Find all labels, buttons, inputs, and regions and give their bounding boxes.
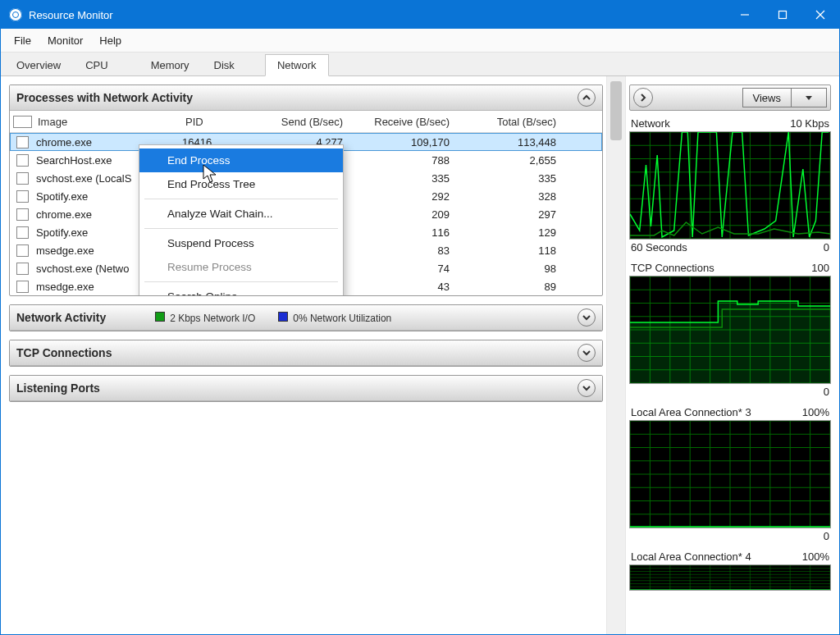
row-checkbox[interactable] bbox=[16, 226, 29, 239]
tab-memory[interactable]: Memory bbox=[139, 54, 202, 75]
cell-recv: 292 bbox=[354, 190, 461, 203]
cell-recv: 74 bbox=[354, 263, 461, 275]
views-dropdown[interactable] bbox=[792, 88, 827, 107]
graph-scale: 10 Kbps bbox=[790, 117, 829, 130]
graph-local-area-connection-3: Local Area Connection* 3100%0 bbox=[629, 406, 831, 542]
right-pane-header: Views bbox=[629, 85, 831, 111]
context-menu-item: Resume Process bbox=[139, 255, 343, 279]
context-menu-item[interactable]: End Process Tree bbox=[139, 172, 343, 196]
close-button[interactable] bbox=[801, 1, 839, 29]
graph-footer-left: 60 Seconds bbox=[631, 241, 687, 254]
menu-help[interactable]: Help bbox=[91, 31, 130, 50]
cell-total: 328 bbox=[461, 190, 568, 203]
expand-network-activity-button[interactable] bbox=[578, 308, 596, 327]
cell-recv: 43 bbox=[354, 281, 461, 293]
cell-total: 2,655 bbox=[461, 154, 568, 167]
context-menu-item[interactable]: Search Online bbox=[139, 285, 343, 296]
cell-recv: 335 bbox=[354, 172, 461, 185]
graph-local-area-connection-4: Local Area Connection* 4100% bbox=[629, 550, 831, 591]
listening-ports-panel: Listening Ports bbox=[9, 375, 603, 402]
menubar: File Monitor Help bbox=[1, 29, 839, 53]
graph-tcp-connections: TCP Connections1000 bbox=[629, 262, 831, 398]
graph-footer-right: 0 bbox=[824, 386, 829, 398]
col-pid[interactable]: PID bbox=[182, 116, 248, 128]
expand-listening-button[interactable] bbox=[578, 379, 596, 397]
row-checkbox[interactable] bbox=[16, 136, 29, 148]
graph-scale: 100 bbox=[811, 262, 829, 274]
legend-utilization: 0% Network Utilization bbox=[278, 312, 391, 324]
processes-title: Processes with Network Activity bbox=[16, 91, 193, 104]
tab-disk[interactable]: Disk bbox=[202, 54, 247, 75]
minimize-button[interactable] bbox=[726, 1, 764, 29]
row-checkbox[interactable] bbox=[16, 281, 29, 293]
graph-footer-right: 0 bbox=[824, 241, 829, 254]
window-title: Resource Monitor bbox=[29, 9, 113, 21]
tab-overview[interactable]: Overview bbox=[4, 54, 73, 75]
cell-total: 118 bbox=[461, 244, 568, 257]
graph-canvas bbox=[629, 564, 831, 591]
graph-scale: 100% bbox=[802, 550, 829, 563]
row-checkbox[interactable] bbox=[16, 172, 29, 185]
cell-total: 113,448 bbox=[461, 136, 568, 148]
row-checkbox[interactable] bbox=[16, 208, 29, 221]
col-total[interactable]: Total (B/sec) bbox=[461, 116, 568, 128]
row-checkbox[interactable] bbox=[16, 190, 29, 203]
graph-canvas bbox=[629, 276, 831, 384]
cell-total: 335 bbox=[461, 172, 568, 185]
col-receive[interactable]: Receive (B/sec) bbox=[354, 116, 461, 128]
context-menu-item[interactable]: End Process bbox=[139, 148, 343, 172]
content-scrollbar[interactable] bbox=[606, 76, 626, 634]
tcp-connections-panel: TCP Connections bbox=[9, 340, 603, 367]
network-activity-title: Network Activity bbox=[16, 311, 106, 324]
processes-panel: Processes with Network Activity Image PI… bbox=[9, 85, 603, 296]
col-send[interactable]: Send (B/sec) bbox=[248, 116, 354, 128]
svg-marker-4 bbox=[806, 96, 812, 100]
graph-footer-right: 0 bbox=[824, 530, 829, 542]
cell-total: 89 bbox=[461, 281, 568, 293]
cell-total: 98 bbox=[461, 263, 568, 275]
header-checkbox[interactable] bbox=[13, 116, 32, 128]
graph-canvas bbox=[629, 131, 831, 240]
cell-recv: 209 bbox=[354, 208, 461, 221]
network-activity-panel: Network Activity 2 Kbps Network I/O 0% N… bbox=[9, 304, 603, 331]
menu-monitor[interactable]: Monitor bbox=[39, 31, 91, 50]
cell-total: 129 bbox=[461, 226, 568, 239]
row-checkbox[interactable] bbox=[16, 154, 29, 167]
tab-cpu[interactable]: CPU bbox=[73, 54, 120, 75]
graph-network: Network10 Kbps60 Seconds0 bbox=[629, 117, 831, 254]
context-menu-item[interactable]: Suspend Process bbox=[139, 231, 343, 255]
views-button[interactable]: Views bbox=[742, 88, 792, 107]
graph-title: Local Area Connection* 3 bbox=[631, 406, 751, 418]
row-checkbox[interactable] bbox=[16, 263, 29, 275]
app-icon bbox=[9, 8, 22, 21]
svg-rect-1 bbox=[779, 11, 787, 19]
col-image[interactable]: Image bbox=[34, 116, 182, 128]
listening-ports-title: Listening Ports bbox=[16, 381, 100, 395]
legend-io: 2 Kbps Network I/O bbox=[155, 312, 255, 324]
tabstrip: Overview CPU Memory Disk Network bbox=[1, 53, 839, 76]
cell-recv: 116 bbox=[354, 226, 461, 239]
graph-scale: 100% bbox=[802, 406, 829, 418]
row-checkbox[interactable] bbox=[16, 244, 29, 257]
collapse-graphs-button[interactable] bbox=[633, 88, 653, 107]
graph-canvas bbox=[629, 420, 831, 528]
cell-recv: 788 bbox=[354, 154, 461, 167]
tab-network[interactable]: Network bbox=[265, 54, 329, 76]
cell-total: 297 bbox=[461, 208, 568, 221]
graph-title: Network bbox=[631, 117, 670, 130]
cell-recv: 109,170 bbox=[354, 136, 461, 148]
tcp-connections-title: TCP Connections bbox=[16, 346, 112, 359]
maximize-button[interactable] bbox=[764, 1, 801, 29]
cell-recv: 83 bbox=[354, 244, 461, 257]
expand-tcp-button[interactable] bbox=[578, 344, 596, 362]
titlebar[interactable]: Resource Monitor bbox=[1, 1, 839, 29]
collapse-processes-button[interactable] bbox=[578, 89, 596, 107]
resource-monitor-window: Resource Monitor File Monitor Help Overv… bbox=[0, 0, 840, 635]
graph-title: Local Area Connection* 4 bbox=[631, 550, 751, 563]
context-menu[interactable]: End ProcessEnd Process TreeAnalyze Wait … bbox=[139, 144, 344, 296]
graph-title: TCP Connections bbox=[631, 262, 714, 274]
menu-file[interactable]: File bbox=[6, 31, 39, 50]
context-menu-item[interactable]: Analyze Wait Chain... bbox=[139, 202, 343, 226]
